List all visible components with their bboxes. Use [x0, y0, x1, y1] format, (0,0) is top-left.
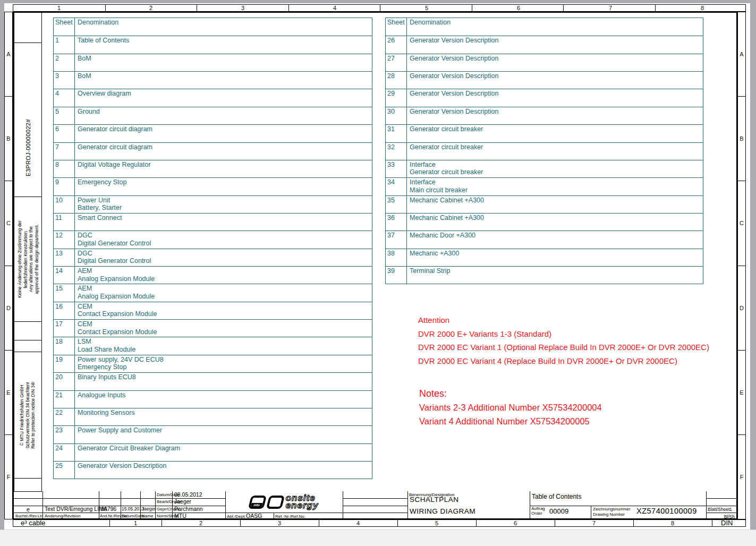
toc-sheet-number: 23 [54, 426, 75, 443]
toc-sheet-number: 20 [54, 373, 75, 390]
toc-row: 34InterfaceMain circuit breaker [386, 177, 703, 195]
frame-column-number: 6 [514, 520, 517, 526]
toc-row: 2BoM [54, 54, 372, 71]
toc-table-sheets-1-25: SheetDenomination1Table of Contents2BoM3… [53, 18, 372, 479]
toc-row: 37Mechanic Door +A300 [386, 231, 703, 248]
toc-row: 24Generator Circuit Breaker Diagram [54, 443, 372, 461]
toc-sheet-number: 19 [54, 355, 75, 372]
toc-denomination: AEMAnalog Expansion Module [75, 284, 372, 301]
attention-line: DVR 2000 EC Variant 4 (Replace Build In … [418, 354, 709, 368]
toc-row: 23Power Supply and Customer [54, 425, 372, 443]
toc-row: 32Generator circuit breaker [386, 142, 703, 160]
toc-sheet-number: 30 [386, 107, 407, 124]
toc-denomination: Mechanic Cabinet +A300 [407, 196, 703, 213]
toc-row: 27Generator Version Description [386, 54, 703, 71]
frame-row-letter: B [5, 97, 12, 181]
toc-header-denomination: Denomination [75, 18, 372, 36]
revision-number: 96796 [101, 506, 116, 512]
toc-sheet-number: 11 [54, 214, 75, 231]
pdf-page: 12345678 ABCDEF ABCDEF e³ cable12345678D… [4, 3, 750, 530]
toc-header-row: SheetDenomination [54, 18, 372, 36]
attention-title: Attention [418, 313, 709, 327]
toc-row: 10Power UnitBattery, Starter [54, 195, 372, 213]
toc-row: 4Overview diagram [54, 89, 372, 106]
toc-row: 26Generator Version Description [386, 36, 703, 53]
toc-sheet-number: 34 [386, 178, 407, 195]
toc-row: 15AEMAnalog Expansion Module [54, 284, 372, 301]
toc-row: 16CEMContact Expansion Module [54, 302, 372, 319]
toc-sheet-number: 39 [386, 267, 407, 284]
cable-module-label: e³ cable [21, 520, 45, 526]
toc-sheet-number: 9 [54, 178, 75, 195]
toc-sheet-number: 2 [54, 54, 75, 71]
toc-row: 6Generator circuit diagram [54, 124, 372, 142]
revision-date: 15.05.2013 [122, 506, 145, 511]
frame-row-letter: F [5, 435, 12, 519]
toc-denomination: Table of Contents [75, 36, 372, 53]
mtu-onsite-energy-logo: mtu onsite energy [225, 491, 343, 513]
logo-wordmark: onsite energy [286, 494, 319, 509]
toc-denomination: Generator circuit diagram [75, 125, 372, 142]
toc-header-sheet: Sheet [54, 18, 75, 36]
frame-row-letter: A [5, 12, 12, 97]
revision-text: Text DVR/Erregung LIMA [45, 506, 107, 512]
toc-row: 22Monitoring Sensors [54, 408, 372, 425]
din-label: DIN [721, 520, 733, 526]
toc-denomination: InterfaceGenerator circuit breaker [407, 160, 703, 177]
toc-denomination: Analogue Inputs [75, 391, 372, 408]
toc-denomination: Generator Version Description [407, 89, 703, 106]
toc-header-row: SheetDenomination [386, 18, 703, 36]
frame-column-number: 1 [134, 520, 137, 526]
revision-date-label: Datum/Date [122, 514, 145, 518]
toc-denomination: CEMContact Expansion Module [75, 320, 372, 337]
toc-row: 1Table of Contents [54, 36, 372, 53]
annotation-box-project: E3PROJ-00000022# [14, 42, 42, 197]
frame-row-letter: E [738, 351, 745, 435]
notes-title: Notes: [419, 387, 602, 400]
toc-denomination: Emergency Stop [75, 178, 372, 195]
frame-row-letter: F [738, 435, 745, 519]
toc-sheet-number: 3 [54, 72, 75, 89]
designation-line1: SCHALTPLAN [410, 496, 459, 504]
toc-header-sheet: Sheet [386, 18, 407, 36]
toc-row: 35Mechanic Cabinet +A300 [386, 195, 703, 213]
toc-row: 14AEMAnalog Expansion Module [54, 266, 372, 284]
toc-row: 38Mechanic +A300 [386, 249, 703, 266]
toc-denomination: Smart Connect [75, 214, 372, 231]
toc-row: 28Generator Version Description [386, 71, 703, 89]
toc-sheet-number: 33 [386, 160, 407, 177]
blsh-label: Bl/Sh [706, 514, 735, 519]
sheet-label: Blatt/Sheet [708, 507, 730, 512]
toc-row: 21Analogue Inputs [54, 390, 372, 408]
toc-sheet-number: 29 [386, 89, 407, 106]
toc-denomination: DGCDigital Generator Control [75, 231, 372, 248]
notes-line: Variants 2-3 Additional Number X57534200… [419, 400, 602, 414]
toc-denomination: Mechanic +A300 [407, 249, 703, 266]
toc-sheet-number: 7 [54, 143, 75, 160]
frame-row-letter: C [738, 181, 745, 266]
toc-sheet-number: 24 [54, 444, 75, 461]
toc-denomination: Mechanic Cabinet +A300 [407, 214, 703, 231]
toc-sheet-number: 21 [54, 391, 75, 408]
title-block: e Buchst./Rev.Ltr. Text DVR/Erregung LIM… [14, 491, 736, 519]
standard-value: MTU [174, 513, 186, 519]
toc-row: 13DGCDigital Generator Control [54, 249, 372, 266]
toc-row: 31Generator circuit breaker [386, 124, 703, 142]
toc-row: 12DGCDigital Generator Control [54, 231, 372, 248]
toc-denomination: Power supply, 24V DC ECU8Emergency Stop [75, 355, 372, 372]
toc-row: 36Mechanic Cabinet +A300 [386, 213, 703, 231]
toc-denomination: Ground [75, 107, 372, 124]
toc-row: 30Generator Version Description [386, 107, 703, 124]
attention-note: Attention DVR 2000 E+ Variants 1-3 (Stan… [418, 313, 709, 368]
date-value: 08.05.2012 [174, 492, 202, 498]
toc-sheet-number: 32 [386, 143, 407, 160]
toc-sheet-number: 27 [386, 54, 407, 71]
toc-denomination: Generator Version Description [407, 72, 703, 89]
attention-line: DVR 2000 EC Variant 1 (Optional Replace … [418, 340, 709, 354]
toc-sheet-number: 16 [54, 302, 75, 319]
frame-row-letter: A [738, 12, 745, 97]
project-code: E3PROJ-00000022# [25, 119, 31, 176]
toc-sheet-number: 15 [54, 284, 75, 301]
toc-row: 19Power supply, 24V DC ECU8Emergency Sto… [54, 355, 372, 372]
toc-sheet-number: 6 [54, 125, 75, 142]
